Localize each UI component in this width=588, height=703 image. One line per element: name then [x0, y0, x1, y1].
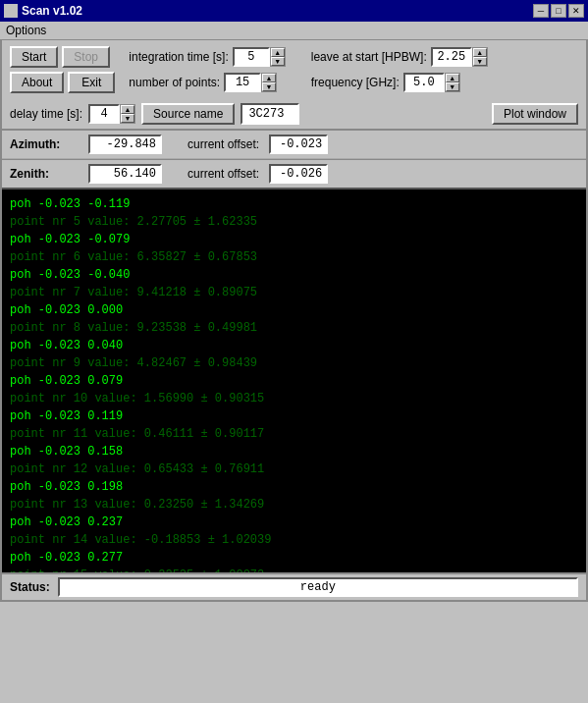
- second-toolbar-row: delay time [s]: ▲ ▼ Source name 3C273 Pl…: [2, 99, 586, 129]
- azimuth-offset-value: -0.023: [269, 135, 328, 154]
- maximize-button[interactable]: □: [551, 4, 566, 18]
- terminal-line: poh -0.023 0.237: [10, 514, 578, 531]
- azimuth-label: Azimuth:: [10, 137, 79, 151]
- about-button[interactable]: About: [10, 72, 64, 93]
- app-icon: [4, 4, 18, 18]
- delay-down-arrow[interactable]: ▼: [121, 114, 134, 123]
- zenith-offset-value: -0.026: [269, 164, 328, 184]
- status-value: ready: [58, 577, 578, 597]
- terminal-line: poh -0.023 0.079: [10, 372, 578, 390]
- leave-at-start-value: 2.25: [431, 47, 472, 67]
- zenith-label: Zenith:: [10, 167, 79, 181]
- options-menu[interactable]: Options: [6, 24, 46, 37]
- main-window: Start Stop About Exit integration time […: [0, 40, 588, 602]
- start-stop-group: Start Stop About Exit: [10, 46, 115, 93]
- menu-bar: Options: [0, 22, 588, 40]
- right-settings-group: leave at start [HPBW]: 2.25 ▲ ▼ frequenc…: [311, 47, 488, 92]
- integration-group: integration time [s]: ▲ ▼ number of poin…: [129, 47, 285, 92]
- frequency-value: 5.0: [403, 73, 445, 92]
- window-title: Scan v1.02: [22, 4, 82, 18]
- title-bar: Scan v1.02 ─ □ ✕: [0, 0, 588, 22]
- delay-up-arrow[interactable]: ▲: [121, 105, 134, 114]
- frequency-up-arrow[interactable]: ▲: [446, 74, 459, 82]
- terminal-line: point nr 12 value: 0.65433 ± 0.76911: [10, 460, 578, 478]
- num-points-up-arrow[interactable]: ▲: [262, 74, 276, 82]
- terminal-line: poh -0.023 0.158: [10, 443, 578, 460]
- num-points-down-arrow[interactable]: ▼: [262, 82, 276, 91]
- terminal-line: point nr 8 value: 9.23538 ± 0.49981: [10, 319, 578, 337]
- terminal-line: poh -0.023 0.000: [10, 301, 578, 319]
- frequency-down-arrow[interactable]: ▼: [446, 82, 459, 91]
- zenith-value: 56.140: [88, 164, 162, 184]
- terminal-line: poh -0.023 0.198: [10, 478, 578, 496]
- plot-window-button[interactable]: Plot window: [492, 103, 578, 125]
- status-bar: Status: ready: [2, 572, 586, 600]
- leave-up-arrow[interactable]: ▲: [473, 48, 487, 57]
- leave-at-start-label: leave at start [HPBW]:: [311, 50, 427, 64]
- close-button[interactable]: ✕: [568, 4, 584, 18]
- start-button[interactable]: Start: [10, 46, 58, 68]
- exit-button[interactable]: Exit: [68, 72, 115, 93]
- zenith-offset-label: current offset:: [187, 167, 259, 181]
- azimuth-offset-label: current offset:: [187, 137, 259, 151]
- terminal-line: poh -0.023 0.277: [10, 549, 578, 567]
- terminal-line: point nr 10 value: 1.56990 ± 0.90315: [10, 390, 578, 407]
- terminal-line: point nr 14 value: -0.18853 ± 1.02039: [10, 531, 578, 549]
- azimuth-row: Azimuth: -29.848 current offset: -0.023: [2, 129, 586, 159]
- delay-input[interactable]: [88, 104, 120, 124]
- terminal-line: point nr 6 value: 6.35827 ± 0.67853: [10, 248, 578, 266]
- terminal-line: poh -0.023 -0.119: [10, 195, 578, 213]
- terminal-line: point nr 13 value: 0.23250 ± 1.34269: [10, 496, 578, 514]
- stop-button[interactable]: Stop: [62, 46, 110, 68]
- terminal-line: point nr 5 value: 2.27705 ± 1.62335: [10, 213, 578, 231]
- num-points-input[interactable]: [224, 73, 261, 92]
- terminal-line: point nr 7 value: 9.41218 ± 0.89075: [10, 284, 578, 301]
- num-points-label: number of points:: [129, 76, 220, 89]
- toolbar-row-1: Start Stop About Exit integration time […: [2, 40, 586, 99]
- minimize-button[interactable]: ─: [533, 4, 549, 18]
- terminal-output: poh -0.023 -0.119point nr 5 value: 2.277…: [2, 189, 586, 572]
- source-name-button[interactable]: Source name: [141, 103, 235, 125]
- integration-up-arrow[interactable]: ▲: [271, 48, 285, 57]
- terminal-line: poh -0.023 -0.079: [10, 231, 578, 248]
- terminal-line: poh -0.023 0.040: [10, 337, 578, 354]
- terminal-line: point nr 11 value: 0.46111 ± 0.90117: [10, 425, 578, 443]
- status-label: Status:: [10, 580, 50, 594]
- delay-label: delay time [s]:: [10, 107, 82, 121]
- zenith-row: Zenith: 56.140 current offset: -0.026: [2, 159, 586, 189]
- terminal-line: poh -0.023 -0.040: [10, 266, 578, 284]
- frequency-label: frequency [GHz]:: [311, 76, 400, 89]
- azimuth-value: -29.848: [88, 135, 162, 154]
- leave-down-arrow[interactable]: ▼: [473, 57, 487, 66]
- terminal-line: poh -0.023 0.119: [10, 407, 578, 425]
- integration-down-arrow[interactable]: ▼: [271, 57, 285, 66]
- source-name-value: 3C273: [241, 103, 299, 125]
- integration-input[interactable]: [233, 47, 270, 67]
- integration-label: integration time [s]:: [129, 50, 228, 64]
- terminal-line: point nr 9 value: 4.82467 ± 0.98439: [10, 354, 578, 372]
